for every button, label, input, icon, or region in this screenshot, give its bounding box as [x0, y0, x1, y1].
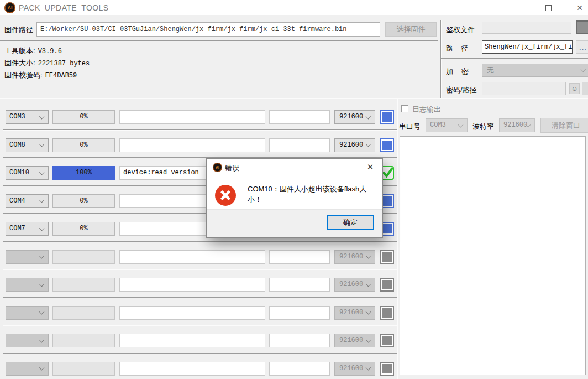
close-icon: ✕ [367, 162, 374, 172]
status-message-field[interactable] [119, 278, 265, 292]
checkmark-icon [381, 165, 394, 180]
com-port-select[interactable]: COM8 [6, 138, 49, 152]
tool-version-line: 工具版本:V3.9.6 [4, 46, 62, 56]
close-button[interactable]: ✕ [569, 0, 588, 15]
checkbox-fill [382, 196, 392, 206]
dialog-close-button[interactable]: ✕ [364, 162, 377, 173]
status-message-field[interactable] [119, 138, 265, 152]
log-output-label: 日志输出 [412, 105, 441, 115]
checkbox-fill [382, 308, 392, 318]
com-port-select[interactable] [6, 250, 49, 264]
extra-field[interactable] [269, 250, 330, 264]
auth-path-input[interactable]: ShengWen/jx_firm/jx_firm [482, 40, 573, 54]
baud-select[interactable]: 921600 [334, 306, 375, 320]
extra-field[interactable] [269, 306, 330, 320]
password-path-input[interactable] [482, 82, 566, 95]
com-row: 921600 [0, 270, 397, 298]
baud-select[interactable]: 921600 [334, 362, 375, 376]
minimize-icon [513, 8, 519, 8]
baud-select[interactable]: 921600 [334, 334, 375, 347]
status-message-field[interactable] [119, 306, 265, 320]
firmware-size-line: 固件大小:2221387 bytes [4, 58, 90, 68]
status-message-field[interactable] [119, 362, 265, 376]
ok-button[interactable]: 确定 [327, 215, 374, 230]
maximize-button[interactable] [537, 0, 559, 15]
com-port-select[interactable] [6, 278, 49, 292]
progress-bar [53, 278, 115, 292]
minimize-button[interactable] [505, 0, 527, 15]
baud-select[interactable]: 921600 [334, 110, 375, 124]
status-checkbox[interactable] [380, 110, 394, 124]
com-row: 921600 [0, 242, 397, 271]
baud-rate-label: 波特率 [473, 122, 494, 132]
status-checkbox[interactable] [380, 250, 394, 264]
progress-bar: 100% [53, 166, 115, 180]
checkbox-fill [382, 336, 392, 345]
error-icon [215, 185, 236, 206]
com-port-select[interactable] [6, 306, 49, 320]
chevron-down-icon [39, 365, 45, 371]
select-firmware-button[interactable]: 选择固件 [385, 22, 437, 37]
com-log-divider [397, 99, 398, 379]
target-button[interactable]: ⊙ [569, 83, 580, 94]
chevron-down-icon [39, 281, 45, 287]
progress-bar [53, 250, 115, 264]
window-title: PACK_UPDATE_TOOLS [19, 3, 108, 12]
status-message-field[interactable] [119, 250, 265, 264]
panel-divider [440, 20, 442, 98]
dialog-title: 错误 [225, 163, 239, 173]
status-checkbox[interactable] [380, 362, 394, 376]
extra-field[interactable] [269, 362, 330, 376]
extra-button[interactable] [582, 82, 588, 95]
title-bar: AI PACK_UPDATE_TOOLS ✕ [0, 0, 588, 15]
com-row: COM3 0% 921600 [0, 102, 397, 131]
com-port-select[interactable]: COM4 [6, 194, 49, 208]
app-window: AI PACK_UPDATE_TOOLS ✕ 固件路径 E:/Worker/SU… [0, 0, 588, 379]
serial-port-label: 串口号 [399, 122, 421, 132]
extra-field[interactable] [269, 334, 330, 347]
progress-bar: 0% [53, 194, 115, 208]
encrypt-select[interactable]: 无 [482, 64, 588, 77]
separator-line [441, 58, 588, 59]
com-row: 921600 [0, 326, 397, 354]
progress-bar: 0% [53, 222, 115, 236]
baud-select[interactable]: 921600 [334, 250, 375, 264]
error-dialog: AI 错误 ✕ COM10：固件大小超出该设备flash大小！ 确定 [206, 158, 383, 238]
status-message-field[interactable] [119, 334, 265, 347]
status-message-field[interactable] [119, 110, 265, 124]
app-logo-icon: AI [4, 2, 15, 13]
chevron-down-icon [39, 253, 45, 259]
auth-file-input[interactable] [482, 22, 571, 34]
auth-state-button[interactable] [576, 20, 588, 34]
clear-window-button[interactable]: 清除窗口 [540, 118, 588, 133]
com-port-select[interactable] [6, 334, 49, 347]
status-checkbox[interactable] [380, 138, 394, 152]
extra-field[interactable] [269, 138, 330, 152]
com-port-select[interactable]: COM10 [6, 166, 49, 180]
browse-button[interactable]: ... [576, 40, 588, 54]
progress-bar: 0% [53, 138, 115, 152]
extra-field[interactable] [269, 278, 330, 292]
chevron-down-icon [39, 337, 45, 342]
log-output-area[interactable] [400, 136, 586, 375]
com-port-select[interactable] [6, 362, 49, 376]
status-checkbox[interactable] [380, 334, 394, 347]
baud-rate-select[interactable]: 921600 [499, 118, 535, 132]
status-checkbox[interactable] [380, 306, 394, 320]
progress-bar [53, 362, 115, 376]
checkbox-fill [382, 112, 392, 122]
log-output-checkbox[interactable] [401, 105, 408, 112]
com-port-select[interactable]: COM7 [6, 222, 49, 236]
com-port-select[interactable]: COM3 [6, 110, 49, 124]
serial-port-select[interactable]: COM3 [426, 118, 468, 132]
extra-field[interactable] [269, 110, 330, 124]
baud-select[interactable]: 921600 [334, 138, 375, 152]
status-checkbox[interactable] [380, 278, 394, 292]
auth-file-label: 鉴权文件 [446, 25, 475, 35]
progress-bar [53, 306, 115, 320]
firmware-path-input[interactable]: E:/Worker/SU-03T/CI_03TGuJian/ShengWen/j… [36, 22, 380, 37]
baud-select[interactable]: 921600 [334, 278, 375, 292]
separator-line [0, 98, 588, 99]
encrypt-label: 加 密 [446, 67, 468, 77]
firmware-checksum-line: 固件校验码:EE4DAB59 [4, 70, 77, 80]
